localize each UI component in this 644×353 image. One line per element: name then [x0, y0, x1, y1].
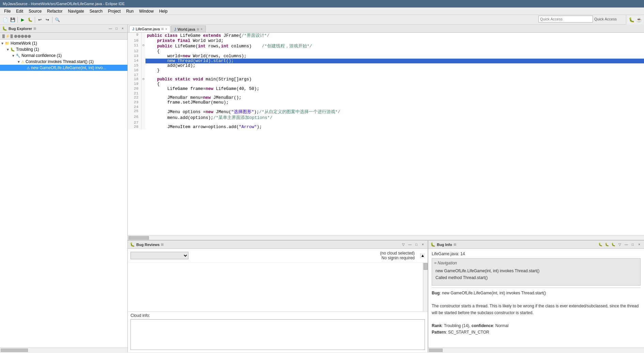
bug-info-content[interactable]: LifeGame.java: 14 = Navigation new GameO… [428, 249, 644, 348]
code-line-14: 14 new Thread(world).start(); [128, 59, 644, 63]
menu-project[interactable]: Project [105, 8, 123, 14]
bug-reviews-minimize[interactable]: — [407, 242, 413, 247]
tree-toggle-troubling[interactable]: ▼ [5, 48, 10, 51]
tree-item-troubling[interactable]: ▼ 🐛 Troubling (1) [0, 46, 127, 52]
tab-world[interactable]: J World.java ⊠ × [171, 26, 206, 32]
menu-window[interactable]: Window [136, 8, 156, 14]
reviews-scrollbar-thumb[interactable] [424, 263, 428, 270]
bug-info-navigation-box: = Navigation new GameOfLife.LifeGame(int… [432, 258, 641, 286]
line-code-13: world=new World(rows, columns); [145, 54, 644, 59]
bug-reviews-collapse[interactable]: ▽ [401, 242, 406, 247]
tree-item-constructor[interactable]: ▼ ⚠ Constructor invokes Thread.start() (… [0, 59, 127, 65]
line-num-17: 17 [128, 73, 141, 77]
cloud-select[interactable] [131, 252, 188, 259]
line-indicator-19 [141, 82, 145, 87]
quick-access-input[interactable] [538, 16, 593, 22]
bug-reviews-maximize[interactable]: □ [414, 242, 419, 247]
quick-access-area: Quick Access [538, 16, 617, 22]
bug-reviews-close[interactable]: × [420, 242, 426, 247]
toolbar-debug-btn[interactable]: 🐛 [26, 16, 34, 24]
line-num-28: 28 [128, 125, 141, 129]
line-code-16: } [145, 68, 644, 73]
tree-item-homework[interactable]: ▼ 📁 HomeWork (1) [0, 40, 127, 46]
menu-refactor[interactable]: Refactor [44, 8, 65, 14]
line-indicator-25 [141, 109, 145, 115]
cloud-info-label: Cloud info: [131, 313, 425, 318]
menu-source[interactable]: Source [26, 8, 44, 14]
line-code-15: add(world); [145, 63, 644, 68]
perspective-btn-1[interactable]: 🐛 [628, 16, 635, 24]
perspective-btn-2[interactable]: ☕ [635, 16, 643, 24]
left-panel-hscroll-thumb[interactable] [1, 349, 28, 352]
quick-access-label: Quick Access [594, 17, 617, 21]
menu-file[interactable]: File [1, 8, 13, 14]
bug-reviews-content: (no cloud selected) No signin required ▲ [128, 249, 428, 352]
bug-info-title: Bug Info [437, 243, 452, 247]
code-line-17: 17 [128, 73, 644, 77]
bug-explorer-header-icons: — □ × [108, 26, 125, 31]
bug-bold-label: Bug [432, 291, 440, 295]
title-bar: MyJavaSource - HomeWork/src/GameOfLife/L… [0, 0, 644, 7]
toolbar-run-btn[interactable]: ▶ [19, 16, 26, 24]
bug-reviews-panel: 🐛 Bug Reviews ⊠ ▽ — □ × [128, 241, 428, 352]
bug-info-btn2[interactable]: 🐛 [604, 242, 610, 247]
bug-info-maximize[interactable]: □ [630, 242, 635, 247]
tree-item-normal-confidence[interactable]: ▼ 🔧 Normal confidence (1) [0, 52, 127, 59]
code-line-21: 21 [128, 91, 644, 95]
tab-lifegame-indicator: ⊠ [161, 27, 164, 31]
bug-info-hscroll[interactable] [428, 348, 644, 352]
code-line-12: 12 { [128, 49, 644, 54]
cloud-info-textarea[interactable] [131, 319, 425, 350]
bug-desc-main: Bug: new GameOfLife.LifeGame(int, int) i… [432, 290, 641, 296]
tree-toggle-homework[interactable]: ▼ [0, 42, 5, 45]
menu-bar: File Edit Source Refactor Navigate Searc… [0, 7, 644, 15]
reviews-scrollbar[interactable] [423, 263, 428, 311]
bug-info-minimize[interactable]: — [624, 242, 629, 247]
line-num-16: 16 [128, 68, 141, 73]
tab-world-indicator: ⊠ [197, 28, 199, 31]
reviews-scroll-arrow[interactable]: ▲ [420, 253, 425, 258]
menu-navigate[interactable]: Navigate [65, 8, 87, 14]
code-line-18: 18 ⊖ public static void main(String[]arg… [128, 77, 644, 82]
bug-info-hscroll-thumb[interactable] [429, 349, 443, 352]
tree-item-new-gameof[interactable]: ⚠ new GameOfLife.LifeGame(int, int) invo… [0, 65, 127, 71]
tab-world-close[interactable]: × [201, 27, 203, 31]
bug-info-btn3[interactable]: 🐛 [611, 242, 616, 247]
toolbar-undo-btn[interactable]: ↩ [36, 16, 44, 24]
code-hscroll-thumb[interactable] [128, 236, 149, 240]
tree-icon-normal-confidence: 🔧 [16, 53, 20, 58]
bug-info-close[interactable]: × [637, 242, 642, 247]
title-text: MyJavaSource - HomeWork/src/GameOfLife/L… [3, 2, 125, 6]
toolbar-search-btn[interactable]: 🔍 [53, 16, 61, 24]
tab-lifegame[interactable]: J LifeGame.java ⊠ × [129, 26, 170, 32]
menu-run[interactable]: Run [123, 8, 136, 14]
line-code-28: JMenuItem arrow=options.add("Arrow"); [145, 125, 644, 129]
left-panel-hscroll[interactable] [0, 348, 127, 352]
tree-icon-constructor: ⚠ [21, 60, 25, 64]
code-line-10: 10 private final World world; [128, 39, 644, 43]
bug-info-file: LifeGame.java: 14 [432, 251, 641, 257]
line-indicator-9 [141, 33, 145, 39]
toolbar-redo-btn[interactable]: ↪ [44, 16, 51, 24]
bug-explorer-tab-indicator: ⊠ [33, 27, 36, 30]
menu-edit[interactable]: Edit [13, 8, 26, 14]
code-editor[interactable]: 9 public class LifeGame extends JFrame{/… [128, 33, 644, 235]
bug-info-btn1[interactable]: 🐛 [598, 242, 603, 247]
toolbar-save-btn[interactable]: 💾 [9, 16, 16, 24]
main-layout: 🐛 Bug Explorer ⊠ — □ × ▐▌⚡▐▌⬤⬤⬤⬤⬤ ▼ 📁 Ho… [0, 25, 644, 352]
menu-search[interactable]: Search [87, 8, 105, 14]
bug-pattern: Pattern: SC_START_IN_CTOR [432, 329, 641, 336]
bug-reviews-title: Bug Reviews [136, 243, 159, 247]
tree-toggle-constructor[interactable]: ▼ [16, 60, 21, 64]
code-hscroll[interactable] [128, 235, 644, 240]
bug-explorer-minimize[interactable]: — [108, 26, 113, 31]
bug-explorer-maximize[interactable]: □ [114, 26, 119, 31]
line-code-19: { [145, 82, 644, 87]
tab-lifegame-close[interactable]: × [165, 27, 167, 31]
reviews-scroll-area[interactable] [128, 263, 423, 311]
menu-help[interactable]: Help [156, 8, 170, 14]
toolbar-new-btn[interactable]: 📄 [1, 16, 9, 24]
bug-explorer-close[interactable]: × [120, 26, 125, 31]
tree-toggle-normal-confidence[interactable]: ▼ [11, 54, 16, 58]
bug-info-collapse[interactable]: ▽ [617, 242, 623, 247]
